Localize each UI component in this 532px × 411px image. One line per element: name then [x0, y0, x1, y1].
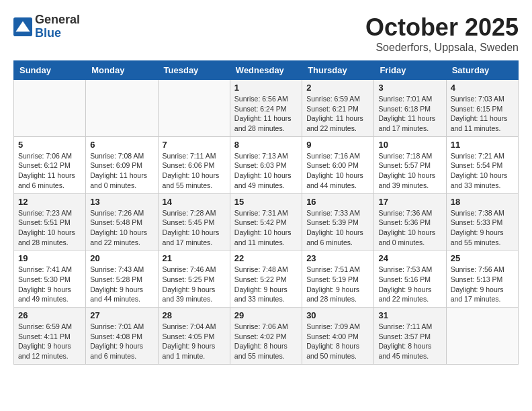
day-number: 13	[90, 197, 153, 207]
day-info: Sunrise: 7:33 AM Sunset: 5:39 PM Dayligh…	[306, 208, 369, 248]
calendar-cell: 14Sunrise: 7:28 AM Sunset: 5:45 PM Dayli…	[158, 193, 230, 250]
day-number: 30	[306, 310, 369, 320]
day-number: 29	[234, 310, 298, 320]
day-info: Sunrise: 7:01 AM Sunset: 4:08 PM Dayligh…	[90, 322, 153, 361]
calendar-cell: 1Sunrise: 6:56 AM Sunset: 6:24 PM Daylig…	[230, 80, 302, 137]
calendar-cell: 31Sunrise: 7:11 AM Sunset: 3:57 PM Dayli…	[374, 308, 446, 365]
page-header: General Blue October 2025 Soederfors, Up…	[13, 13, 519, 54]
calendar-cell	[86, 80, 158, 137]
day-info: Sunrise: 7:06 AM Sunset: 6:12 PM Dayligh…	[18, 151, 81, 191]
day-info: Sunrise: 7:11 AM Sunset: 6:06 PM Dayligh…	[163, 151, 226, 191]
day-number: 27	[90, 310, 153, 320]
day-info: Sunrise: 7:41 AM Sunset: 5:30 PM Dayligh…	[18, 265, 81, 304]
day-info: Sunrise: 7:08 AM Sunset: 6:09 PM Dayligh…	[90, 151, 153, 191]
day-info: Sunrise: 7:13 AM Sunset: 6:03 PM Dayligh…	[234, 151, 298, 191]
day-number: 9	[306, 140, 369, 150]
day-info: Sunrise: 7:21 AM Sunset: 5:54 PM Dayligh…	[451, 151, 514, 191]
day-info: Sunrise: 7:28 AM Sunset: 5:45 PM Dayligh…	[163, 208, 226, 248]
title-block: October 2025 Soederfors, Uppsala, Sweden	[365, 13, 519, 54]
day-number: 1	[234, 83, 298, 93]
logo-icon	[13, 17, 32, 36]
calendar-cell: 20Sunrise: 7:43 AM Sunset: 5:28 PM Dayli…	[86, 250, 158, 308]
day-number: 31	[378, 310, 441, 320]
day-info: Sunrise: 7:26 AM Sunset: 5:48 PM Dayligh…	[90, 208, 153, 248]
calendar-cell: 7Sunrise: 7:11 AM Sunset: 6:06 PM Daylig…	[158, 136, 230, 193]
calendar-cell: 16Sunrise: 7:33 AM Sunset: 5:39 PM Dayli…	[302, 193, 374, 250]
calendar-cell: 26Sunrise: 6:59 AM Sunset: 4:11 PM Dayli…	[14, 308, 86, 365]
calendar-week-row: 26Sunrise: 6:59 AM Sunset: 4:11 PM Dayli…	[14, 308, 519, 365]
day-number: 6	[90, 140, 153, 150]
day-info: Sunrise: 7:38 AM Sunset: 5:33 PM Dayligh…	[451, 208, 514, 248]
day-number: 19	[18, 253, 81, 263]
day-info: Sunrise: 7:46 AM Sunset: 5:25 PM Dayligh…	[163, 265, 226, 304]
calendar-cell: 5Sunrise: 7:06 AM Sunset: 6:12 PM Daylig…	[14, 136, 86, 193]
weekday-header: Sunday	[14, 61, 86, 80]
day-info: Sunrise: 7:18 AM Sunset: 5:57 PM Dayligh…	[378, 151, 441, 191]
day-number: 3	[378, 83, 441, 93]
day-info: Sunrise: 6:56 AM Sunset: 6:24 PM Dayligh…	[234, 94, 298, 134]
day-number: 18	[451, 197, 514, 207]
calendar-table: SundayMondayTuesdayWednesdayThursdayFrid…	[13, 60, 519, 365]
calendar-cell: 4Sunrise: 7:03 AM Sunset: 6:15 PM Daylig…	[446, 80, 518, 137]
day-info: Sunrise: 7:16 AM Sunset: 6:00 PM Dayligh…	[306, 151, 369, 191]
day-info: Sunrise: 7:03 AM Sunset: 6:15 PM Dayligh…	[451, 94, 514, 134]
calendar-cell: 8Sunrise: 7:13 AM Sunset: 6:03 PM Daylig…	[230, 136, 302, 193]
calendar-cell: 3Sunrise: 7:01 AM Sunset: 6:18 PM Daylig…	[374, 80, 446, 137]
location-subtitle: Soederfors, Uppsala, Sweden	[365, 42, 519, 54]
month-title: October 2025	[365, 13, 519, 42]
day-info: Sunrise: 7:04 AM Sunset: 4:05 PM Dayligh…	[163, 322, 226, 361]
weekday-header: Friday	[374, 61, 446, 80]
day-number: 10	[378, 140, 441, 150]
weekday-header: Saturday	[446, 61, 518, 80]
day-number: 21	[163, 253, 226, 263]
logo-blue: Blue	[35, 27, 80, 40]
day-number: 5	[18, 140, 81, 150]
day-info: Sunrise: 6:59 AM Sunset: 4:11 PM Dayligh…	[18, 322, 81, 361]
day-info: Sunrise: 7:31 AM Sunset: 5:42 PM Dayligh…	[234, 208, 298, 248]
calendar-cell: 2Sunrise: 6:59 AM Sunset: 6:21 PM Daylig…	[302, 80, 374, 137]
day-number: 16	[306, 197, 369, 207]
day-number: 24	[378, 253, 441, 263]
day-number: 14	[163, 197, 226, 207]
calendar-cell: 19Sunrise: 7:41 AM Sunset: 5:30 PM Dayli…	[14, 250, 86, 308]
calendar-cell: 18Sunrise: 7:38 AM Sunset: 5:33 PM Dayli…	[446, 193, 518, 250]
day-number: 7	[163, 140, 226, 150]
calendar-cell: 22Sunrise: 7:48 AM Sunset: 5:22 PM Dayli…	[230, 250, 302, 308]
weekday-header: Thursday	[302, 61, 374, 80]
calendar-cell: 9Sunrise: 7:16 AM Sunset: 6:00 PM Daylig…	[302, 136, 374, 193]
day-number: 2	[306, 83, 369, 93]
day-info: Sunrise: 7:51 AM Sunset: 5:19 PM Dayligh…	[306, 265, 369, 304]
calendar-week-row: 5Sunrise: 7:06 AM Sunset: 6:12 PM Daylig…	[14, 136, 519, 193]
calendar-cell: 17Sunrise: 7:36 AM Sunset: 5:36 PM Dayli…	[374, 193, 446, 250]
day-number: 4	[451, 83, 514, 93]
day-number: 23	[306, 253, 369, 263]
logo-general: General	[35, 13, 80, 27]
calendar-cell: 13Sunrise: 7:26 AM Sunset: 5:48 PM Dayli…	[86, 193, 158, 250]
calendar-cell: 25Sunrise: 7:56 AM Sunset: 5:13 PM Dayli…	[446, 250, 518, 308]
day-info: Sunrise: 7:43 AM Sunset: 5:28 PM Dayligh…	[90, 265, 153, 304]
day-number: 26	[18, 310, 81, 320]
calendar-week-row: 1Sunrise: 6:56 AM Sunset: 6:24 PM Daylig…	[14, 80, 519, 137]
calendar-week-row: 12Sunrise: 7:23 AM Sunset: 5:51 PM Dayli…	[14, 193, 519, 250]
calendar-cell: 29Sunrise: 7:06 AM Sunset: 4:02 PM Dayli…	[230, 308, 302, 365]
day-info: Sunrise: 6:59 AM Sunset: 6:21 PM Dayligh…	[306, 94, 369, 134]
day-number: 22	[234, 253, 298, 263]
calendar-cell: 11Sunrise: 7:21 AM Sunset: 5:54 PM Dayli…	[446, 136, 518, 193]
calendar-week-row: 19Sunrise: 7:41 AM Sunset: 5:30 PM Dayli…	[14, 250, 519, 308]
calendar-cell	[14, 80, 86, 137]
logo: General Blue	[13, 13, 80, 40]
day-number: 8	[234, 140, 298, 150]
day-info: Sunrise: 7:23 AM Sunset: 5:51 PM Dayligh…	[18, 208, 81, 248]
day-info: Sunrise: 7:48 AM Sunset: 5:22 PM Dayligh…	[234, 265, 298, 304]
day-info: Sunrise: 7:09 AM Sunset: 4:00 PM Dayligh…	[306, 322, 369, 361]
calendar-cell: 27Sunrise: 7:01 AM Sunset: 4:08 PM Dayli…	[86, 308, 158, 365]
calendar-cell: 15Sunrise: 7:31 AM Sunset: 5:42 PM Dayli…	[230, 193, 302, 250]
weekday-header: Wednesday	[230, 61, 302, 80]
day-number: 17	[378, 197, 441, 207]
logo-text: General Blue	[35, 13, 80, 40]
day-number: 15	[234, 197, 298, 207]
weekday-header-row: SundayMondayTuesdayWednesdayThursdayFrid…	[14, 61, 519, 80]
calendar-cell: 10Sunrise: 7:18 AM Sunset: 5:57 PM Dayli…	[374, 136, 446, 193]
day-info: Sunrise: 7:06 AM Sunset: 4:02 PM Dayligh…	[234, 322, 298, 361]
day-number: 12	[18, 197, 81, 207]
